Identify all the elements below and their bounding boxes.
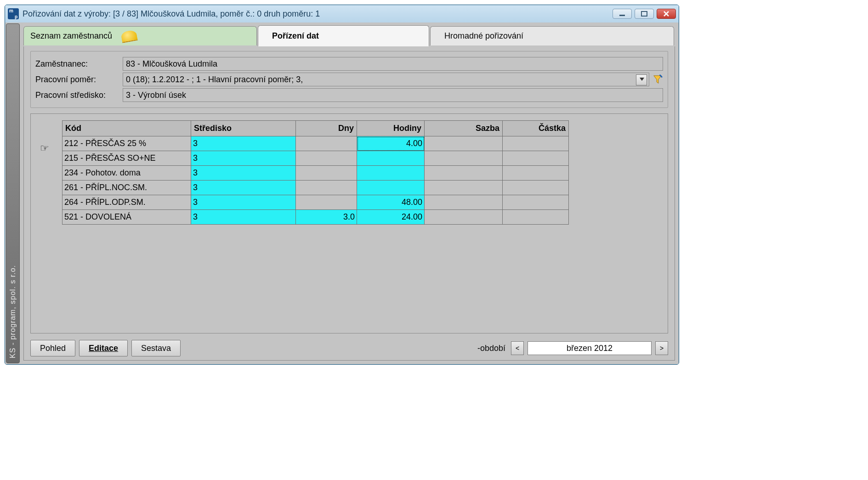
cell-kod[interactable]: 261 - PŘÍPL.NOC.SM. <box>62 181 191 195</box>
edit-button[interactable]: Editace <box>79 340 128 356</box>
table-row[interactable]: 264 - PŘÍPL.ODP.SM.348.00 <box>62 195 569 210</box>
employee-value: 83 - Mlčoušková Ludmila <box>126 59 217 69</box>
fan-icon <box>120 29 138 43</box>
maximize-icon <box>641 11 648 17</box>
cell-castka[interactable] <box>503 195 569 210</box>
period-field[interactable]: březen 2012 <box>528 341 652 355</box>
side-strip-text: KS - program, spol. s r.o. <box>9 265 17 358</box>
svg-rect-1 <box>641 11 647 16</box>
tab2-label: Pořízení dat <box>272 31 319 41</box>
ratio-value: 0 (18); 1.2.2012 - ; 1 - Hlavní pracovní… <box>126 75 303 85</box>
work-ratio-combo[interactable]: 0 (18); 1.2.2012 - ; 1 - Hlavní pracovní… <box>123 73 649 86</box>
table-row[interactable]: 215 - PŘESČAS SO+NE3 <box>62 151 569 166</box>
center-label: Pracovní středisko: <box>35 90 123 100</box>
col-sazba[interactable]: Sazba <box>425 121 503 136</box>
chevron-down-icon <box>640 78 644 81</box>
col-kod[interactable]: Kód <box>62 121 191 136</box>
cell-sazba[interactable] <box>425 210 503 225</box>
tab-pane: Zaměstnanec: 83 - Mlčoušková Ludmila Pra… <box>23 46 675 361</box>
close-button[interactable] <box>657 9 676 19</box>
tab-bulk-entry[interactable]: Hromadné pořizování <box>430 26 674 45</box>
cell-stredisko[interactable]: 3 <box>191 136 296 151</box>
cell-sazba[interactable] <box>425 181 503 195</box>
tab-strip: Seznam zaměstnanců Pořízení dat Hromadné… <box>23 25 675 46</box>
client-area: KS - program, spol. s r.o. Seznam zaměst… <box>5 23 679 364</box>
prev-period-button[interactable]: < <box>511 341 524 355</box>
tab-employee-list[interactable]: Seznam zaměstnanců <box>23 26 257 45</box>
bottom-bar: Pohled Editace Sestava -období < březen … <box>24 338 675 360</box>
report-button[interactable]: Sestava <box>131 340 181 356</box>
info-box: Zaměstnanec: 83 - Mlčoušková Ludmila Pra… <box>30 51 668 108</box>
app-icon <box>8 8 19 19</box>
cell-stredisko[interactable]: 3 <box>191 181 296 195</box>
table-row[interactable]: 521 - DOVOLENÁ33.024.00 <box>62 210 569 225</box>
minimize-button[interactable] <box>613 9 632 19</box>
cell-hodiny[interactable]: 48.00 <box>357 195 425 210</box>
cell-hodiny[interactable]: 4.00 <box>357 136 425 151</box>
cell-dny[interactable] <box>296 195 357 210</box>
filter-button[interactable] <box>652 73 663 85</box>
tab1-label: Seznam zaměstnanců <box>30 31 112 41</box>
minimize-icon <box>618 11 626 17</box>
cell-kod[interactable]: 521 - DOVOLENÁ <box>62 210 191 225</box>
cell-dny[interactable] <box>296 136 357 151</box>
cell-kod[interactable]: 212 - PŘESČAS 25 % <box>62 136 191 151</box>
cell-dny[interactable]: 3.0 <box>296 210 357 225</box>
cell-dny[interactable] <box>296 181 357 195</box>
tab-data-entry[interactable]: Pořízení dat <box>258 25 429 46</box>
cell-castka[interactable] <box>503 166 569 181</box>
cell-stredisko[interactable]: 3 <box>191 151 296 166</box>
work-center-field[interactable]: 3 - Výrobní úsek <box>123 88 663 102</box>
period-label: -období <box>477 344 505 353</box>
cell-stredisko[interactable]: 3 <box>191 195 296 210</box>
cell-sazba[interactable] <box>425 151 503 166</box>
maximize-button[interactable] <box>635 9 654 19</box>
content-pane: Seznam zaměstnanců Pořízení dat Hromadné… <box>23 23 678 363</box>
cell-dny[interactable] <box>296 151 357 166</box>
data-grid[interactable]: Kód Středisko Dny Hodiny Sazba Částka 21… <box>62 120 569 225</box>
next-period-button[interactable]: > <box>655 341 668 355</box>
current-row-icon: ☞ <box>40 142 49 154</box>
ratio-label: Pracovní poměr: <box>35 75 123 85</box>
app-window: Pořizování dat z výroby: [3 / 83] Mlčouš… <box>5 5 679 365</box>
col-str[interactable]: Středisko <box>191 121 296 136</box>
col-dny[interactable]: Dny <box>296 121 357 136</box>
employee-field[interactable]: 83 - Mlčoušková Ludmila <box>123 57 663 71</box>
col-hod[interactable]: Hodiny <box>357 121 425 136</box>
cell-hodiny[interactable] <box>357 181 425 195</box>
cell-sazba[interactable] <box>425 166 503 181</box>
cell-hodiny[interactable] <box>357 151 425 166</box>
tab3-label: Hromadné pořizování <box>444 31 523 41</box>
table-row[interactable]: 234 - Pohotov. doma3 <box>62 166 569 181</box>
employee-label: Zaměstnanec: <box>35 59 123 69</box>
table-row[interactable]: 212 - PŘESČAS 25 %34.00 <box>62 136 569 151</box>
cell-dny[interactable] <box>296 166 357 181</box>
cell-stredisko[interactable]: 3 <box>191 166 296 181</box>
cell-kod[interactable]: 264 - PŘÍPL.ODP.SM. <box>62 195 191 210</box>
cell-hodiny[interactable] <box>357 166 425 181</box>
cell-hodiny[interactable]: 24.00 <box>357 210 425 225</box>
grid-container: ☞ Kód Středisko Dny Hodiny Sazba Částka <box>30 113 668 333</box>
window-title: Pořizování dat z výroby: [3 / 83] Mlčouš… <box>23 9 613 19</box>
titlebar: Pořizování dat z výroby: [3 / 83] Mlčouš… <box>5 5 679 23</box>
svg-rect-0 <box>619 15 625 16</box>
cell-sazba[interactable] <box>425 195 503 210</box>
side-strip: KS - program, spol. s r.o. <box>6 23 20 363</box>
cell-kod[interactable]: 234 - Pohotov. doma <box>62 166 191 181</box>
cell-sazba[interactable] <box>425 136 503 151</box>
view-button[interactable]: Pohled <box>30 340 75 356</box>
table-row[interactable]: 261 - PŘÍPL.NOC.SM.3 <box>62 181 569 195</box>
center-value: 3 - Výrobní úsek <box>126 90 186 100</box>
close-icon <box>663 11 669 17</box>
cell-castka[interactable] <box>503 181 569 195</box>
cell-stredisko[interactable]: 3 <box>191 210 296 225</box>
cell-castka[interactable] <box>503 151 569 166</box>
cell-kod[interactable]: 215 - PŘESČAS SO+NE <box>62 151 191 166</box>
window-controls <box>613 9 676 19</box>
funnel-icon <box>652 74 663 85</box>
cell-castka[interactable] <box>503 210 569 225</box>
cell-castka[interactable] <box>503 136 569 151</box>
col-castka[interactable]: Částka <box>503 121 569 136</box>
